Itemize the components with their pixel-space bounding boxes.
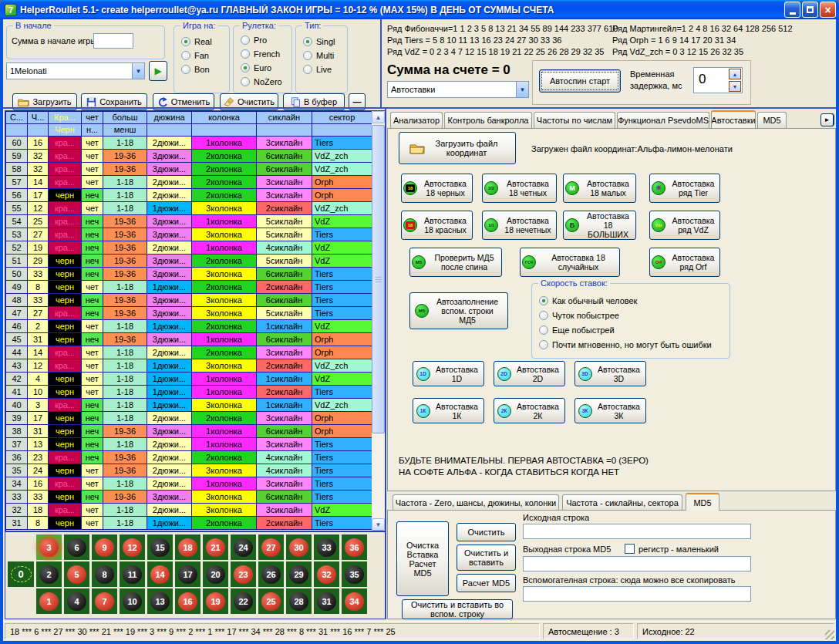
autostake-odd-button[interactable]: 1/1Автоставка 18 нечетных xyxy=(482,211,557,240)
calc-md5-button[interactable]: Расчет MD5 xyxy=(457,574,516,592)
clear-button[interactable]: Очистить xyxy=(457,523,516,541)
table-row[interactable]: 5932кра...чет19-363дюжи...2колонка6сикла… xyxy=(6,150,372,163)
radio-French[interactable] xyxy=(241,49,250,59)
board-number-4[interactable]: 4 xyxy=(64,588,89,614)
radio-option-Multi[interactable]: Multi xyxy=(303,50,347,60)
autostake-small-button[interactable]: МАвтоставка 18 малых xyxy=(563,174,636,203)
table-row[interactable]: 3831черннеч19-363дюжи...1колонка6сиклайн… xyxy=(6,425,372,438)
tab-MD5[interactable]: MD5 xyxy=(757,112,787,128)
radio-Singl[interactable] xyxy=(303,37,312,46)
tab-Контроль банкролла[interactable]: Контроль банкролла xyxy=(444,112,532,128)
board-number-5[interactable]: 5 xyxy=(64,561,89,587)
speed-radio[interactable] xyxy=(539,311,548,320)
table-row[interactable]: 6016кра...чет1-182дюжи...1колонка3сиклай… xyxy=(6,137,372,150)
history-table[interactable]: С...Ч...Кра...четбольшдюжинаколонкасикла… xyxy=(5,111,372,531)
speed-option[interactable]: Еще побыстрей xyxy=(539,325,729,335)
speed-radio[interactable] xyxy=(539,325,548,335)
speed-option[interactable]: Чуток побыстрее xyxy=(539,310,729,320)
chevron-down-icon[interactable]: ▼ xyxy=(516,82,528,97)
autostake-tier-button[interactable]: ✳Автоставка ряд Tier xyxy=(649,174,720,203)
table-row[interactable]: 424чернчет1-181дюжи...1колонка1сиклайнVd… xyxy=(6,373,372,386)
table-row[interactable]: Чернн...менш xyxy=(6,124,372,137)
table-row[interactable]: 3713черннеч1-182дюжи...1колонка3сиклайнT… xyxy=(6,438,372,451)
radio-option-Singl[interactable]: Singl xyxy=(303,36,347,46)
table-row[interactable]: 3218кра...чет1-182дюжи...3колонка3сиклай… xyxy=(6,504,372,517)
freq-tab-2[interactable]: Частота - сиклайны, сектора xyxy=(562,494,682,511)
table-scrollbar[interactable]: ▲ ▼ xyxy=(372,111,385,531)
table-row[interactable]: 3524чернчет19-362дюжи...3колонка4сиклайн… xyxy=(6,464,372,477)
speed-option[interactable]: Как обычный человек xyxy=(539,295,729,305)
board-number-22[interactable]: 22 xyxy=(231,588,256,614)
tab-Функционал PsevdoMS[interactable]: Функционал PsevdoMS xyxy=(617,112,709,128)
board-number-34[interactable]: 34 xyxy=(342,588,367,614)
board-number-17[interactable]: 17 xyxy=(175,561,200,587)
board-number-10[interactable]: 10 xyxy=(120,588,145,614)
autostake-random-button[interactable]: ГСЧАвтоставка 18 случайных xyxy=(520,248,620,277)
radio-Live[interactable] xyxy=(303,65,312,74)
table-row[interactable]: 403кра...неч1-181дюжи...3колонка1сиклайн… xyxy=(6,399,372,412)
board-number-36[interactable]: 36 xyxy=(342,534,367,560)
board-number-33[interactable]: 33 xyxy=(314,534,339,560)
table-row[interactable]: 462чернчет1-181дюжи...2колонка1сиклайнVd… xyxy=(6,320,372,333)
table-row[interactable]: 498чернчет1-181дюжи...2колонка2сиклайнTi… xyxy=(6,281,372,294)
table-row[interactable]: 5033черннеч19-363дюжи...3колонка6сиклайн… xyxy=(6,268,372,281)
spinner-up-button[interactable]: ▲ xyxy=(729,69,741,79)
clear-and-paste-button[interactable]: Очистить и вставить xyxy=(457,545,516,571)
freq-tab-3[interactable]: MD5 xyxy=(686,493,719,511)
radio-option-Euro[interactable]: Euro xyxy=(241,62,291,72)
output-string-input[interactable] xyxy=(523,556,751,572)
table-row[interactable]: 5327кра...неч19-363дюжи...3колонка5сикла… xyxy=(6,228,372,241)
autostake-vdz-button[interactable]: VdzАвтоставка ряд VdZ xyxy=(649,211,720,240)
board-number-35[interactable]: 35 xyxy=(342,561,367,587)
board-number-18[interactable]: 18 xyxy=(175,534,200,560)
radio-option-Pro[interactable]: Pro xyxy=(241,35,291,45)
table-row[interactable]: 4531черннеч19-363дюжи...1колонка6сиклайн… xyxy=(6,333,372,346)
board-number-12[interactable]: 12 xyxy=(120,534,145,560)
register-checkbox[interactable] xyxy=(625,544,635,554)
board-number-2[interactable]: 2 xyxy=(36,561,62,587)
board-zero-cell[interactable]: 0 xyxy=(8,561,34,587)
table-row[interactable]: 4110чернчет1-181дюжи...1колонка2сиклайнT… xyxy=(6,386,372,399)
radio-option-Bon[interactable]: Bon xyxy=(181,64,229,74)
board-number-28[interactable]: 28 xyxy=(286,588,312,614)
board-number-23[interactable]: 23 xyxy=(231,561,256,587)
board-number-7[interactable]: 7 xyxy=(92,588,117,614)
radio-option-Real[interactable]: Real xyxy=(181,36,229,46)
table-row[interactable]: С...Ч...Кра...четбольшдюжинаколонкасикла… xyxy=(6,112,372,124)
board-number-8[interactable]: 8 xyxy=(92,561,117,587)
table-row[interactable]: 3416кра...чет1-182дюжи...1колонка3сиклай… xyxy=(6,477,372,491)
table-row[interactable]: 5714кра...чет1-182дюжи...2колонка3сиклай… xyxy=(6,176,372,189)
profile-combobox[interactable]: 1Melonati ▼ xyxy=(6,62,145,79)
title-bar[interactable]: 7 HelperRoullet 5.1- create helperroulle… xyxy=(0,0,839,19)
table-row[interactable]: 5219кра...неч19-362дюжи...1колонка4сикла… xyxy=(6,241,372,255)
board-number-11[interactable]: 11 xyxy=(120,561,145,587)
table-row[interactable]: 5129черннеч19-363дюжи...2колонка5сиклайн… xyxy=(6,255,372,268)
board-number-3[interactable]: 3 xyxy=(36,534,62,560)
spinner-down-button[interactable]: ▼ xyxy=(729,81,741,92)
autostake-18-black-button[interactable]: 18Автоставка 18 черных xyxy=(401,174,473,203)
source-string-input[interactable] xyxy=(523,524,751,539)
autostake-1D-button[interactable]: 1DАвтоставка 1D xyxy=(413,361,484,386)
scroll-up-button[interactable]: ▲ xyxy=(372,111,385,123)
scrollbar-thumb[interactable] xyxy=(372,125,385,433)
autostake-18-red-button[interactable]: 18Автоставка 18 красных xyxy=(401,211,473,240)
play-button[interactable]: ▶ xyxy=(149,61,167,81)
board-number-32[interactable]: 32 xyxy=(314,561,339,587)
tab-Частоты по числам[interactable]: Частоты по числам xyxy=(534,112,615,128)
autostake-2D-button[interactable]: 2DАвтоставка 2D xyxy=(494,361,565,386)
autostake-1К-button[interactable]: 1КАвтоставка 1К xyxy=(413,398,484,423)
radio-option-NoZero[interactable]: NoZero xyxy=(241,76,291,86)
minimize-button[interactable] xyxy=(784,2,800,18)
speed-radio[interactable] xyxy=(539,340,548,349)
board-number-26[interactable]: 26 xyxy=(258,561,284,587)
autostake-big-button[interactable]: БАвтоставка 18 БОЛЬШИХ xyxy=(563,211,636,240)
board-number-24[interactable]: 24 xyxy=(231,534,256,560)
table-row[interactable]: 4833черннеч19-363дюжи...3колонка6сиклайн… xyxy=(6,294,372,307)
autostake-3D-button[interactable]: 3DАвтоставка 3D xyxy=(574,361,646,386)
autostake-orf-button[interactable]: OrfАвтоставка ряд Orf xyxy=(649,248,720,277)
speed-option[interactable]: Почти мгновенно, но могут быть ошибки xyxy=(539,339,729,349)
autospin-start-button[interactable]: Автоспин старт xyxy=(539,69,621,93)
board-number-16[interactable]: 16 xyxy=(175,588,200,614)
radio-Bon[interactable] xyxy=(181,65,190,74)
speed-radio[interactable] xyxy=(539,296,548,305)
